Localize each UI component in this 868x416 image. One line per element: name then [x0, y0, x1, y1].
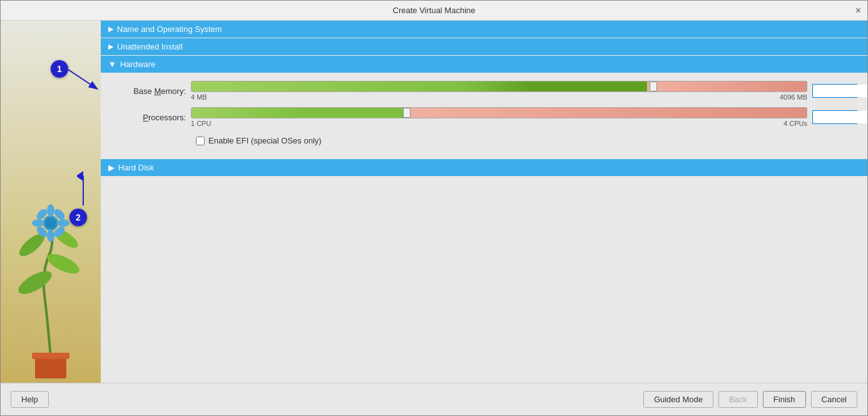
base-memory-slider-container: 4 MB 4096 MB	[191, 81, 807, 101]
svg-point-9	[32, 219, 44, 227]
name-os-arrow-icon: ▶	[108, 25, 113, 33]
title-bar: Create Virtual Machine ×	[1, 1, 867, 21]
base-memory-thumb[interactable]	[650, 81, 657, 91]
processors-thumb[interactable]	[403, 108, 411, 118]
svg-point-7	[47, 204, 54, 217]
hardware-section-header[interactable]: ▼ Hardware	[101, 56, 867, 73]
unattended-arrow-icon: ▶	[108, 43, 113, 51]
processors-spinbox[interactable]: ▲ ▼	[812, 110, 857, 124]
svg-point-2	[15, 267, 55, 299]
svg-line-18	[68, 70, 96, 88]
finish-button[interactable]: Finish	[763, 391, 806, 408]
cancel-button[interactable]: Cancel	[811, 391, 857, 408]
hardware-label: Hardware	[120, 60, 155, 69]
svg-rect-16	[35, 356, 66, 378]
annotation-1: 1	[51, 60, 68, 78]
svg-point-8	[47, 229, 54, 242]
close-button[interactable]: ×	[855, 6, 861, 16]
svg-rect-17	[32, 353, 69, 359]
unattended-label: Unattended Install	[117, 42, 183, 51]
annotation-2-arrow	[77, 171, 89, 209]
base-memory-row: Base Memory: 4 MB 4096 MB	[111, 81, 857, 101]
name-os-section-header[interactable]: ▶ Name and Operating System	[101, 21, 867, 38]
annotation-2: 2	[69, 209, 87, 226]
sidebar: 1 2	[1, 21, 101, 383]
processors-max: 4 CPUs	[784, 120, 807, 127]
back-button[interactable]: Back	[718, 391, 758, 408]
efi-row: Enable EFI (special OSes only)	[111, 133, 857, 148]
hardware-body: Base Memory: 4 MB 4096 MB	[101, 73, 867, 159]
footer: Help Guided Mode Back Finish Cancel	[1, 383, 867, 415]
processors-slider-container: 1 CPU 4 CPUs	[191, 107, 807, 127]
base-memory-track[interactable]	[191, 81, 807, 92]
efi-label[interactable]: Enable EFI (special OSes only)	[208, 136, 322, 145]
main-window: Create Virtual Machine ×	[0, 0, 868, 416]
base-memory-labels: 4 MB 4096 MB	[191, 93, 807, 101]
processors-input[interactable]	[813, 111, 867, 123]
unattended-section-header[interactable]: ▶ Unattended Install	[101, 38, 867, 55]
window-title: Create Virtual Machine	[393, 6, 476, 15]
processors-label: Processors:	[111, 113, 186, 122]
base-memory-min: 4 MB	[191, 93, 207, 101]
guided-mode-button[interactable]: Guided Mode	[643, 391, 713, 408]
processors-row: Processors: 1 CPU 4 CPUs	[111, 107, 857, 127]
base-memory-label: Base Memory:	[111, 86, 186, 96]
footer-left: Help	[11, 391, 49, 408]
base-memory-max: 4096 MB	[780, 93, 807, 101]
base-memory-input[interactable]	[813, 85, 867, 97]
svg-point-15	[45, 217, 56, 229]
svg-point-10	[57, 219, 69, 227]
footer-right: Guided Mode Back Finish Cancel	[643, 391, 857, 408]
base-memory-spinbox[interactable]: ▲ ▼	[812, 84, 857, 98]
hard-disk-arrow-icon: ▶	[108, 163, 115, 172]
processors-min: 1 CPU	[191, 120, 211, 127]
annotation-1-arrow	[68, 66, 101, 91]
processors-track[interactable]	[191, 107, 807, 118]
processors-labels: 1 CPU 4 CPUs	[191, 120, 807, 127]
content-area: ▶ Name and Operating System ▶ Unattended…	[101, 21, 867, 383]
help-button[interactable]: Help	[11, 391, 49, 408]
hard-disk-label: Hard Disk	[118, 163, 154, 172]
name-os-label: Name and Operating System	[117, 24, 222, 34]
efi-checkbox[interactable]	[196, 137, 205, 145]
hardware-arrow-icon: ▼	[108, 60, 116, 69]
hard-disk-section-header[interactable]: ▶ Hard Disk	[101, 159, 867, 176]
main-content: 1 2	[1, 21, 867, 383]
